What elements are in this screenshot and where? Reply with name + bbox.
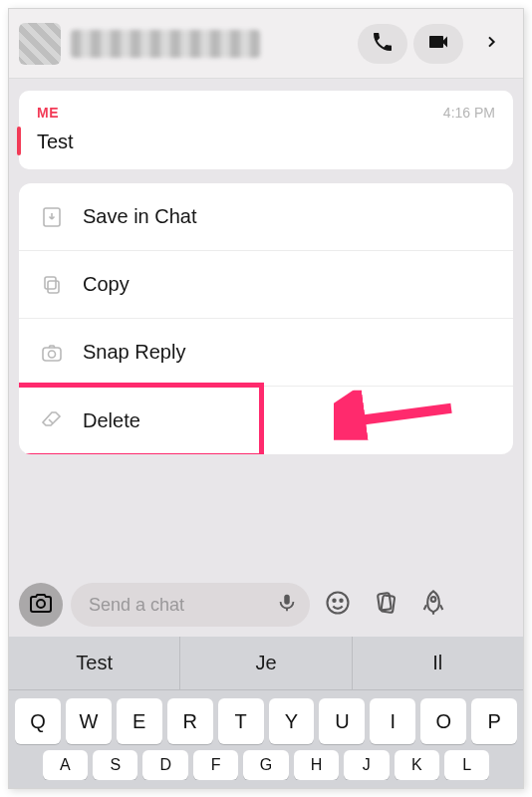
eraser-icon: [39, 407, 65, 433]
emoji-button[interactable]: [318, 585, 358, 625]
svg-rect-1: [48, 281, 59, 293]
key[interactable]: H: [294, 750, 339, 780]
save-icon: [39, 204, 65, 230]
key[interactable]: P: [471, 698, 517, 744]
camera-icon: [29, 591, 53, 619]
key[interactable]: L: [444, 750, 489, 780]
message-context-menu: Save in Chat Copy Snap Reply Delete: [19, 183, 513, 454]
snap-reply-item[interactable]: Snap Reply: [19, 319, 513, 387]
phone-icon: [371, 30, 395, 58]
key[interactable]: U: [319, 698, 365, 744]
save-in-chat-item[interactable]: Save in Chat: [19, 183, 513, 251]
suggestion[interactable]: Test: [9, 637, 180, 689]
sender-label: ME: [37, 105, 59, 121]
message-timestamp: 4:16 PM: [443, 105, 495, 121]
menu-item-label: Save in Chat: [83, 205, 197, 228]
key[interactable]: E: [117, 698, 162, 744]
chat-input[interactable]: Send a chat: [71, 583, 310, 627]
svg-rect-2: [45, 277, 56, 289]
video-call-button[interactable]: [413, 24, 463, 64]
smiley-icon: [324, 589, 352, 621]
rocket-icon: [419, 589, 447, 621]
key[interactable]: A: [43, 750, 88, 780]
video-icon: [426, 30, 450, 58]
key[interactable]: R: [167, 698, 213, 744]
chat-input-bar: Send a chat: [9, 573, 523, 637]
svg-point-7: [328, 593, 349, 614]
contact-name[interactable]: [71, 30, 352, 58]
chat-header: [9, 9, 523, 79]
key[interactable]: D: [142, 750, 187, 780]
suggestion[interactable]: Je: [180, 637, 352, 689]
delete-item[interactable]: Delete: [19, 387, 513, 454]
key[interactable]: J: [344, 750, 389, 780]
key[interactable]: I: [370, 698, 415, 744]
input-placeholder: Send a chat: [89, 595, 276, 616]
camera-icon: [39, 340, 65, 366]
message-bubble[interactable]: ME 4:16 PM Test: [19, 91, 513, 169]
svg-point-8: [333, 600, 335, 602]
message-text: Test: [37, 131, 495, 153]
sender-accent-bar: [17, 127, 21, 155]
key[interactable]: K: [395, 750, 439, 780]
key-row: Q W E R T Y U I O P: [15, 698, 517, 744]
tutorial-arrow: [334, 391, 453, 445]
key[interactable]: F: [193, 750, 238, 780]
suggestion-row: Test Je Il: [9, 637, 523, 690]
rocket-button[interactable]: [413, 585, 453, 625]
svg-point-4: [49, 351, 56, 358]
avatar[interactable]: [19, 23, 61, 65]
menu-item-label: Snap Reply: [83, 341, 185, 364]
on-screen-keyboard: Test Je Il Q W E R T Y U I O P A S D: [9, 637, 523, 788]
key[interactable]: G: [243, 750, 288, 780]
key[interactable]: Q: [15, 698, 61, 744]
copy-icon: [39, 272, 65, 298]
svg-rect-3: [43, 348, 61, 361]
key-row: A S D F G H J K L: [15, 750, 517, 780]
chat-details-button[interactable]: [469, 24, 513, 64]
gallery-button[interactable]: [366, 585, 405, 625]
camera-button[interactable]: [19, 583, 63, 627]
svg-point-9: [340, 600, 342, 602]
svg-point-12: [431, 597, 436, 602]
key[interactable]: Y: [269, 698, 315, 744]
key[interactable]: O: [420, 698, 466, 744]
audio-call-button[interactable]: [358, 24, 407, 64]
mic-icon[interactable]: [276, 592, 298, 619]
key[interactable]: S: [93, 750, 137, 780]
copy-item[interactable]: Copy: [19, 251, 513, 319]
menu-item-label: Copy: [83, 273, 130, 296]
menu-item-label: Delete: [83, 409, 140, 432]
key[interactable]: W: [66, 698, 112, 744]
svg-line-6: [346, 408, 451, 422]
suggestion[interactable]: Il: [353, 637, 523, 689]
cards-icon: [372, 589, 399, 621]
chevron-right-icon: [483, 34, 499, 54]
key[interactable]: T: [218, 698, 264, 744]
